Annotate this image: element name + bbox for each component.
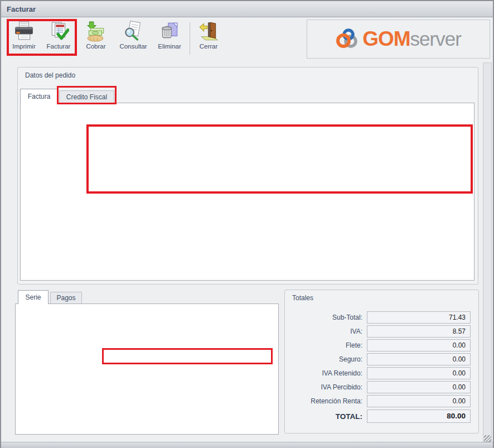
eliminar-button[interactable]: Eliminar	[154, 20, 185, 57]
title-bar[interactable]: Facturar	[1, 1, 493, 17]
window-bottom-frame	[1, 442, 493, 448]
imprimir-button[interactable]: Imprimir	[8, 20, 40, 57]
tab-factura[interactable]: Factura	[20, 89, 58, 103]
gomserver-logo-icon	[336, 27, 359, 51]
retencion-renta-field: 0.00	[367, 395, 471, 407]
consultar-label: Consultar	[116, 43, 151, 50]
imprimir-label: Imprimir	[8, 43, 40, 50]
iva-field: 8.57	[367, 325, 471, 338]
subtotal-label: Sub-Total:	[285, 314, 362, 321]
tab-credito-fiscal[interactable]: Credito Fiscal	[59, 90, 114, 103]
printer-icon	[13, 21, 35, 42]
facturar-label: Facturar	[42, 43, 75, 50]
collect-money-icon	[85, 21, 106, 42]
window-title: Facturar	[7, 5, 36, 13]
flete-label: Flete:	[285, 341, 362, 349]
iva-label: IVA:	[285, 327, 362, 335]
facturar-window: Facturar Imprimir Facturar	[0, 0, 494, 448]
trash-icon	[159, 21, 180, 42]
seguro-field: 0.00	[367, 353, 471, 365]
eliminar-label: Eliminar	[154, 43, 185, 50]
iva-retenido-field: 0.00	[367, 367, 471, 379]
datos-del-pedido-title: Datos del pedido	[25, 71, 75, 79]
tab-factura-label: Factura	[28, 93, 51, 100]
facturar-button[interactable]: Facturar	[42, 20, 75, 57]
search-document-icon	[123, 21, 144, 42]
iva-percibido-label: IVA Percibido:	[285, 383, 362, 391]
tab-serie[interactable]: Serie	[18, 290, 49, 304]
window-right-frame	[483, 62, 492, 442]
iva-retenido-label: IVA Retenido:	[285, 369, 362, 377]
tab-pagos[interactable]: Pagos	[50, 292, 82, 304]
tab-credito-fiscal-label: Credito Fiscal	[66, 93, 107, 101]
exit-door-icon	[198, 21, 219, 42]
total-label: TOTAL:	[285, 412, 362, 421]
logo-text-gom: GOM	[362, 27, 410, 51]
invoice-check-icon	[48, 21, 69, 42]
consultar-button[interactable]: Consultar	[116, 20, 151, 57]
cobrar-label: Cobrar	[80, 43, 112, 50]
serie-tab-page	[15, 304, 279, 435]
cerrar-label: Cerrar	[194, 43, 223, 50]
tab-pagos-label: Pagos	[56, 294, 75, 302]
retencion-renta-label: Retención Renta:	[285, 397, 362, 405]
total-field: 80.00	[367, 410, 471, 423]
totales-title: Totales	[292, 294, 313, 302]
flete-field: 0.00	[367, 339, 471, 351]
toolbar-separator	[190, 22, 190, 55]
cerrar-button[interactable]: Cerrar	[194, 20, 223, 57]
seguro-label: Seguro:	[285, 355, 362, 363]
resize-grip[interactable]	[484, 435, 491, 442]
cobrar-button[interactable]: Cobrar	[80, 20, 112, 57]
logo-text-server: server	[410, 28, 461, 50]
logo-panel: GOMserver	[307, 20, 490, 59]
subtotal-field: 71.43	[367, 311, 471, 324]
factura-tab-page	[20, 103, 474, 281]
iva-percibido-field: 0.00	[367, 381, 471, 393]
tab-serie-label: Serie	[25, 293, 41, 301]
